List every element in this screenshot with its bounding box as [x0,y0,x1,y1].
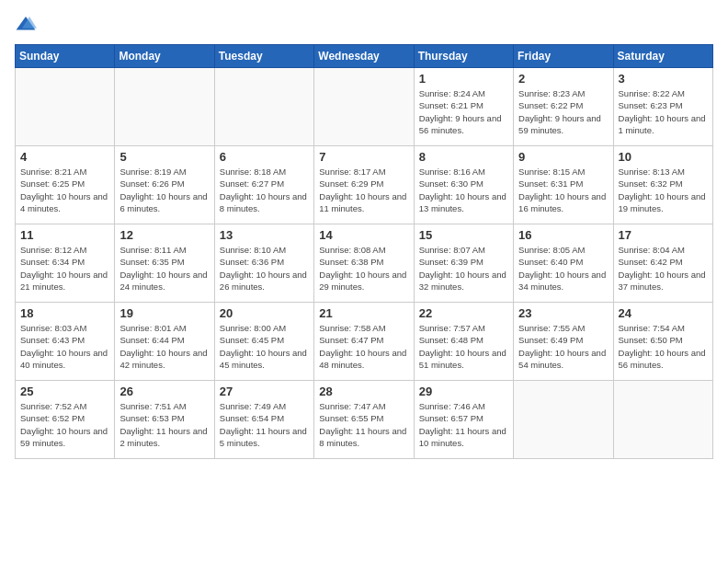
day-number: 29 [419,385,508,398]
page-header [15,15,713,33]
calendar-week-row: 18Sunrise: 8:03 AM Sunset: 6:43 PM Dayli… [16,303,713,381]
weekday-header: Saturday [613,45,712,68]
day-number: 8 [419,150,508,164]
calendar-cell [514,381,613,459]
day-number: 26 [119,385,209,398]
day-info: Sunrise: 8:04 AM Sunset: 6:42 PM Dayligh… [619,244,708,293]
calendar-cell: 25Sunrise: 7:52 AM Sunset: 6:52 PM Dayli… [16,381,115,459]
calendar-cell [16,68,115,146]
calendar-cell: 29Sunrise: 7:46 AM Sunset: 6:57 PM Dayli… [414,381,513,459]
day-number: 14 [319,228,408,242]
weekday-header: Monday [115,45,214,68]
day-info: Sunrise: 8:24 AM Sunset: 6:21 PM Dayligh… [419,87,508,136]
day-info: Sunrise: 7:51 AM Sunset: 6:53 PM Dayligh… [119,400,209,449]
day-number: 22 [419,306,508,320]
day-number: 16 [518,228,608,242]
day-info: Sunrise: 8:07 AM Sunset: 6:39 PM Dayligh… [419,244,508,293]
day-number: 17 [619,228,708,242]
day-number: 9 [518,150,608,164]
calendar-cell: 28Sunrise: 7:47 AM Sunset: 6:55 PM Dayli… [314,381,414,459]
calendar-cell: 6Sunrise: 8:18 AM Sunset: 6:27 PM Daylig… [214,146,313,224]
day-info: Sunrise: 7:55 AM Sunset: 6:49 PM Dayligh… [518,322,608,371]
day-info: Sunrise: 7:52 AM Sunset: 6:52 PM Dayligh… [20,400,109,449]
calendar-table: SundayMondayTuesdayWednesdayThursdayFrid… [15,44,713,459]
calendar-cell: 4Sunrise: 8:21 AM Sunset: 6:25 PM Daylig… [16,146,115,224]
calendar-cell: 21Sunrise: 7:58 AM Sunset: 6:47 PM Dayli… [314,303,414,381]
day-info: Sunrise: 8:19 AM Sunset: 6:26 PM Dayligh… [119,166,209,214]
day-info: Sunrise: 8:18 AM Sunset: 6:27 PM Dayligh… [220,166,309,214]
calendar-week-row: 25Sunrise: 7:52 AM Sunset: 6:52 PM Dayli… [16,381,713,459]
day-info: Sunrise: 8:01 AM Sunset: 6:44 PM Dayligh… [119,322,209,371]
day-number: 28 [319,385,408,398]
day-number: 27 [220,385,309,398]
day-number: 20 [220,306,309,320]
weekday-header: Wednesday [314,45,414,68]
day-number: 15 [419,228,508,242]
calendar-cell: 2Sunrise: 8:23 AM Sunset: 6:22 PM Daylig… [514,68,613,146]
calendar-cell: 5Sunrise: 8:19 AM Sunset: 6:26 PM Daylig… [115,146,214,224]
day-info: Sunrise: 8:16 AM Sunset: 6:30 PM Dayligh… [419,166,508,214]
day-info: Sunrise: 8:17 AM Sunset: 6:29 PM Dayligh… [319,166,408,214]
calendar-cell: 7Sunrise: 8:17 AM Sunset: 6:29 PM Daylig… [314,146,414,224]
calendar-cell: 1Sunrise: 8:24 AM Sunset: 6:21 PM Daylig… [414,68,513,146]
calendar-cell: 11Sunrise: 8:12 AM Sunset: 6:34 PM Dayli… [16,224,115,303]
calendar-cell: 14Sunrise: 8:08 AM Sunset: 6:38 PM Dayli… [314,224,414,303]
calendar-cell: 23Sunrise: 7:55 AM Sunset: 6:49 PM Dayli… [514,303,613,381]
calendar-cell: 13Sunrise: 8:10 AM Sunset: 6:36 PM Dayli… [214,224,313,303]
calendar-cell: 17Sunrise: 8:04 AM Sunset: 6:42 PM Dayli… [613,224,712,303]
calendar-cell [214,68,313,146]
day-info: Sunrise: 8:13 AM Sunset: 6:32 PM Dayligh… [619,166,708,214]
day-number: 18 [20,306,109,320]
day-number: 2 [518,72,608,86]
calendar-cell: 10Sunrise: 8:13 AM Sunset: 6:32 PM Dayli… [613,146,712,224]
day-number: 19 [119,306,209,320]
day-info: Sunrise: 8:15 AM Sunset: 6:31 PM Dayligh… [518,166,608,214]
day-info: Sunrise: 7:47 AM Sunset: 6:55 PM Dayligh… [319,400,408,449]
calendar-cell [314,68,414,146]
calendar-cell: 20Sunrise: 8:00 AM Sunset: 6:45 PM Dayli… [214,303,313,381]
day-number: 23 [518,306,608,320]
day-number: 21 [319,306,408,320]
day-info: Sunrise: 7:49 AM Sunset: 6:54 PM Dayligh… [220,400,309,449]
day-info: Sunrise: 8:11 AM Sunset: 6:35 PM Dayligh… [119,244,209,293]
calendar-cell: 27Sunrise: 7:49 AM Sunset: 6:54 PM Dayli… [214,381,313,459]
weekday-header: Tuesday [214,45,313,68]
day-number: 13 [220,228,309,242]
calendar-cell: 18Sunrise: 8:03 AM Sunset: 6:43 PM Dayli… [16,303,115,381]
day-number: 4 [20,150,109,164]
calendar-week-row: 4Sunrise: 8:21 AM Sunset: 6:25 PM Daylig… [16,146,713,224]
day-info: Sunrise: 8:12 AM Sunset: 6:34 PM Dayligh… [20,244,109,293]
calendar-cell: 12Sunrise: 8:11 AM Sunset: 6:35 PM Dayli… [115,224,214,303]
day-info: Sunrise: 8:03 AM Sunset: 6:43 PM Dayligh… [20,322,109,371]
calendar-cell [613,381,712,459]
day-info: Sunrise: 8:21 AM Sunset: 6:25 PM Dayligh… [20,166,109,214]
day-number: 24 [619,306,708,320]
calendar-cell: 19Sunrise: 8:01 AM Sunset: 6:44 PM Dayli… [115,303,214,381]
day-number: 11 [20,228,109,242]
calendar-cell: 9Sunrise: 8:15 AM Sunset: 6:31 PM Daylig… [514,146,613,224]
day-number: 7 [319,150,408,164]
day-info: Sunrise: 8:00 AM Sunset: 6:45 PM Dayligh… [220,322,309,371]
calendar-week-row: 11Sunrise: 8:12 AM Sunset: 6:34 PM Dayli… [16,224,713,303]
day-info: Sunrise: 8:10 AM Sunset: 6:36 PM Dayligh… [220,244,309,293]
calendar-cell [115,68,214,146]
day-info: Sunrise: 7:54 AM Sunset: 6:50 PM Dayligh… [619,322,708,371]
calendar-cell: 15Sunrise: 8:07 AM Sunset: 6:39 PM Dayli… [414,224,513,303]
day-number: 25 [20,385,109,398]
day-info: Sunrise: 7:57 AM Sunset: 6:48 PM Dayligh… [419,322,508,371]
calendar-cell: 22Sunrise: 7:57 AM Sunset: 6:48 PM Dayli… [414,303,513,381]
day-info: Sunrise: 7:58 AM Sunset: 6:47 PM Dayligh… [319,322,408,371]
day-number: 6 [220,150,309,164]
day-info: Sunrise: 8:22 AM Sunset: 6:23 PM Dayligh… [619,87,708,136]
day-number: 12 [119,228,209,242]
day-number: 3 [619,72,708,86]
day-number: 10 [619,150,708,164]
calendar-cell: 3Sunrise: 8:22 AM Sunset: 6:23 PM Daylig… [613,68,712,146]
day-info: Sunrise: 8:05 AM Sunset: 6:40 PM Dayligh… [518,244,608,293]
weekday-header: Sunday [16,45,115,68]
calendar-cell: 16Sunrise: 8:05 AM Sunset: 6:40 PM Dayli… [514,224,613,303]
logo-icon [15,15,37,33]
day-info: Sunrise: 7:46 AM Sunset: 6:57 PM Dayligh… [419,400,508,449]
calendar-cell: 26Sunrise: 7:51 AM Sunset: 6:53 PM Dayli… [115,381,214,459]
calendar-cell: 24Sunrise: 7:54 AM Sunset: 6:50 PM Dayli… [613,303,712,381]
